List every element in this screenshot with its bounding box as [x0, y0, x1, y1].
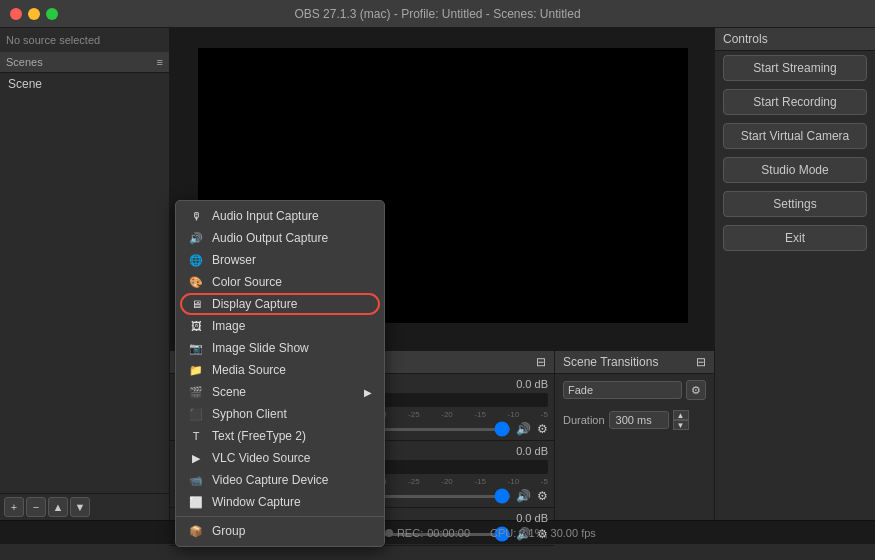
scenes-label: Scenes: [6, 56, 43, 68]
settings-button[interactable]: Settings: [723, 191, 867, 217]
syphon-icon: ⬛: [188, 408, 204, 421]
audio-mixer-icon[interactable]: ⊟: [536, 355, 546, 369]
transitions-header: Scene Transitions ⊟: [555, 351, 714, 374]
scenes-header: Scenes ≡: [0, 52, 169, 73]
ctx-vlc[interactable]: ▶ VLC Video Source: [176, 447, 384, 469]
ctx-label-color-source: Color Source: [212, 275, 282, 289]
mute-button-2[interactable]: 🔊: [516, 489, 531, 503]
channel-2-db: 0.0 dB: [516, 445, 548, 457]
duration-up[interactable]: ▲: [673, 410, 689, 420]
duration-down[interactable]: ▼: [673, 420, 689, 430]
ctx-window-capture[interactable]: ⬜ Window Capture: [176, 491, 384, 513]
move-up-button[interactable]: ▲: [48, 497, 68, 517]
ctx-scene[interactable]: 🎬 Scene ▶: [176, 381, 384, 403]
add-scene-button[interactable]: +: [4, 497, 24, 517]
context-menu: 🎙 Audio Input Capture 🔊 Audio Output Cap…: [175, 200, 385, 547]
ctx-text[interactable]: T Text (FreeType 2): [176, 425, 384, 447]
audio-settings-2[interactable]: ⚙: [537, 489, 548, 503]
ctx-syphon[interactable]: ⬛ Syphon Client: [176, 403, 384, 425]
arrow-icon: ▶: [364, 387, 372, 398]
cpu-label: CPU: 2.1%, 30.00 fps: [490, 527, 596, 539]
ctx-video-capture[interactable]: 📹 Video Capture Device: [176, 469, 384, 491]
ctx-label-audio-input: Audio Input Capture: [212, 209, 319, 223]
ctx-image-slideshow[interactable]: 📷 Image Slide Show: [176, 337, 384, 359]
ctx-label-image-slideshow: Image Slide Show: [212, 341, 309, 355]
ctx-image[interactable]: 🖼 Image: [176, 315, 384, 337]
scenes-toolbar: + − ▲ ▼: [0, 493, 169, 520]
ctx-label-browser: Browser: [212, 253, 256, 267]
menu-separator: [176, 516, 384, 517]
audio-settings-1[interactable]: ⚙: [537, 422, 548, 436]
vlc-icon: ▶: [188, 452, 204, 465]
ctx-label-text: Text (FreeType 2): [212, 429, 306, 443]
browser-icon: 🌐: [188, 254, 204, 267]
mute-button-1[interactable]: 🔊: [516, 422, 531, 436]
duration-label: Duration: [563, 414, 605, 426]
exit-button[interactable]: Exit: [723, 225, 867, 251]
window-icon: ⬜: [188, 496, 204, 509]
transition-gear-button[interactable]: ⚙: [686, 380, 706, 400]
titlebar: OBS 27.1.3 (mac) - Profile: Untitled - S…: [0, 0, 875, 28]
close-button[interactable]: [10, 8, 22, 20]
media-icon: 📁: [188, 364, 204, 377]
controls-panel: Controls Start Streaming Start Recording…: [715, 28, 875, 520]
window-title: OBS 27.1.3 (mac) - Profile: Untitled - S…: [294, 7, 580, 21]
duration-row: Duration ▲ ▼: [555, 406, 714, 434]
duration-input[interactable]: [609, 411, 669, 429]
scene-item[interactable]: Scene: [0, 73, 169, 95]
start-virtual-camera-button[interactable]: Start Virtual Camera: [723, 123, 867, 149]
ctx-group[interactable]: 📦 Group: [176, 520, 384, 542]
start-streaming-button[interactable]: Start Streaming: [723, 55, 867, 81]
ctx-label-group: Group: [212, 524, 245, 538]
ctx-label-display-capture: Display Capture: [212, 297, 297, 311]
transitions-label: Scene Transitions: [563, 355, 658, 369]
rec-status: REC: 00:00:00: [385, 527, 470, 539]
camera-icon: 📹: [188, 474, 204, 487]
ctx-browser[interactable]: 🌐 Browser: [176, 249, 384, 271]
scene-add-icon: ≡: [157, 56, 163, 68]
scene-transitions: Scene Transitions ⊟ Fade Cut ⚙ Duration …: [555, 351, 715, 520]
scene-icon: 🎬: [188, 386, 204, 399]
remove-scene-button[interactable]: −: [26, 497, 46, 517]
transition-select[interactable]: Fade Cut: [563, 381, 682, 399]
duration-spinner: ▲ ▼: [673, 410, 689, 430]
display-icon: 🖥: [188, 298, 204, 310]
ctx-audio-input[interactable]: 🎙 Audio Input Capture: [176, 205, 384, 227]
ctx-label-image: Image: [212, 319, 245, 333]
main-area: No source selected Scenes ≡ Scene + − ▲ …: [0, 28, 875, 520]
rec-time: 00:00:00: [427, 527, 470, 539]
ctx-label-scene: Scene: [212, 385, 246, 399]
ctx-label-vlc: VLC Video Source: [212, 451, 311, 465]
group-icon: 📦: [188, 525, 204, 538]
rec-dot: [385, 529, 393, 537]
speaker-icon: 🔊: [188, 232, 204, 245]
channel-3-db: 0.0 dB: [516, 512, 548, 524]
ctx-audio-output[interactable]: 🔊 Audio Output Capture: [176, 227, 384, 249]
minimize-button[interactable]: [28, 8, 40, 20]
microphone-icon: 🎙: [188, 210, 204, 222]
image-icon: 🖼: [188, 320, 204, 332]
ctx-label-window-capture: Window Capture: [212, 495, 301, 509]
maximize-button[interactable]: [46, 8, 58, 20]
ctx-label-syphon: Syphon Client: [212, 407, 287, 421]
move-down-button[interactable]: ▼: [70, 497, 90, 517]
scenes-list: Scene: [0, 73, 169, 493]
controls-label: Controls: [723, 32, 768, 46]
titlebar-buttons: [10, 8, 58, 20]
rec-label: REC:: [397, 527, 423, 539]
transitions-icon[interactable]: ⊟: [696, 355, 706, 369]
start-recording-button[interactable]: Start Recording: [723, 89, 867, 115]
ctx-color-source[interactable]: 🎨 Color Source: [176, 271, 384, 293]
color-icon: 🎨: [188, 276, 204, 289]
ctx-label-audio-output: Audio Output Capture: [212, 231, 328, 245]
channel-1-db: 0.0 dB: [516, 378, 548, 390]
left-panel: No source selected Scenes ≡ Scene + − ▲ …: [0, 28, 170, 520]
slideshow-icon: 📷: [188, 342, 204, 355]
studio-mode-button[interactable]: Studio Mode: [723, 157, 867, 183]
ctx-media-source[interactable]: 📁 Media Source: [176, 359, 384, 381]
ctx-label-media-source: Media Source: [212, 363, 286, 377]
controls-header: Controls: [715, 28, 875, 51]
no-source-label: No source selected: [0, 28, 169, 52]
text-icon: T: [188, 430, 204, 442]
ctx-display-capture[interactable]: 🖥 Display Capture: [176, 293, 384, 315]
